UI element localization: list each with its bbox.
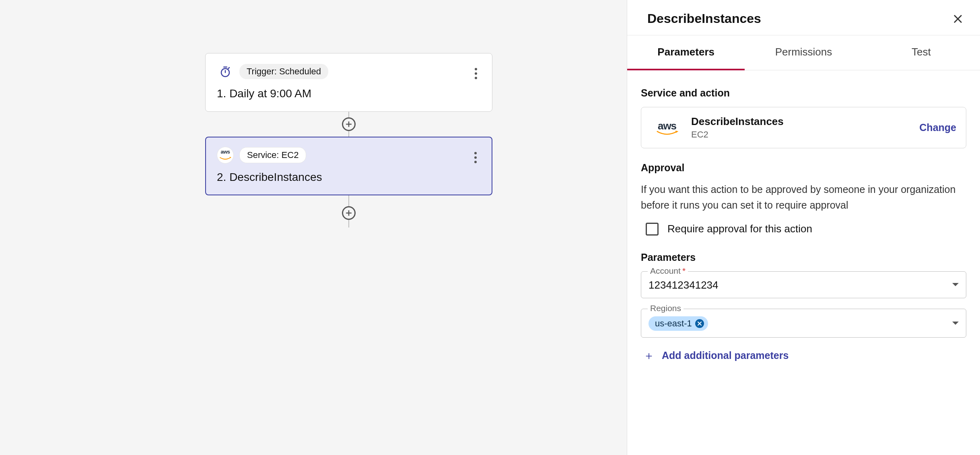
close-button[interactable] — [951, 12, 965, 26]
plus-icon: ＋ — [643, 348, 655, 363]
node-title: 2. DescribeInstances — [217, 171, 481, 184]
dropdown-caret-icon — [952, 322, 959, 325]
tab-bar: Parameters Permissions Test — [627, 35, 980, 70]
panel-title: DescribeInstances — [647, 11, 761, 26]
detail-panel: DescribeInstances Parameters Permissions… — [627, 0, 980, 455]
add-parameters-link[interactable]: ＋ Add additional parameters — [641, 348, 966, 363]
node-pill: Service: EC2 — [239, 147, 306, 163]
tab-test[interactable]: Test — [863, 35, 980, 70]
region-chip: us-east-1 — [649, 316, 708, 331]
connector — [348, 112, 349, 137]
add-step-button[interactable] — [342, 206, 356, 220]
region-chip-label: us-east-1 — [655, 318, 692, 329]
change-service-link[interactable]: Change — [919, 122, 956, 133]
timer-icon — [217, 63, 234, 80]
regions-select[interactable]: Regions us-east-1 — [641, 309, 966, 338]
add-parameters-label: Add additional parameters — [662, 350, 789, 361]
dropdown-caret-icon — [952, 283, 959, 286]
account-value: 123412341234 — [649, 279, 959, 291]
require-approval-label: Require approval for this action — [667, 223, 812, 235]
tab-parameters[interactable]: Parameters — [627, 35, 745, 70]
account-label: Account* — [648, 266, 688, 276]
aws-logo-icon: aws — [651, 120, 683, 136]
node-title: 1. Daily at 9:00 AM — [217, 87, 481, 100]
svg-line-3 — [229, 68, 230, 69]
service-name: DescribeInstances — [691, 115, 784, 128]
section-title-service: Service and action — [641, 87, 966, 99]
add-step-button[interactable] — [342, 117, 356, 131]
account-select[interactable]: Account* 123412341234 — [641, 271, 966, 298]
workflow-node-action[interactable]: aws Service: EC2 2. DescribeInstances — [205, 137, 492, 195]
regions-label: Regions — [648, 303, 684, 313]
node-pill: Trigger: Scheduled — [239, 64, 328, 79]
aws-icon: aws — [217, 147, 234, 164]
remove-chip-button[interactable] — [695, 319, 704, 328]
workflow-node-trigger[interactable]: Trigger: Scheduled 1. Daily at 9:00 AM — [205, 53, 492, 112]
node-menu-button[interactable] — [469, 66, 482, 82]
workflow-canvas[interactable]: Trigger: Scheduled 1. Daily at 9:00 AM — [0, 0, 630, 455]
approval-help-text: If you want this action to be approved b… — [641, 182, 966, 213]
section-title-parameters: Parameters — [641, 252, 966, 263]
node-menu-button[interactable] — [469, 150, 482, 166]
connector — [348, 195, 349, 228]
tab-permissions[interactable]: Permissions — [745, 35, 862, 70]
service-action-card: aws DescribeInstances EC2 Change — [641, 107, 966, 148]
section-title-approval: Approval — [641, 162, 966, 174]
require-approval-checkbox[interactable] — [646, 223, 659, 236]
service-sub: EC2 — [691, 129, 784, 140]
